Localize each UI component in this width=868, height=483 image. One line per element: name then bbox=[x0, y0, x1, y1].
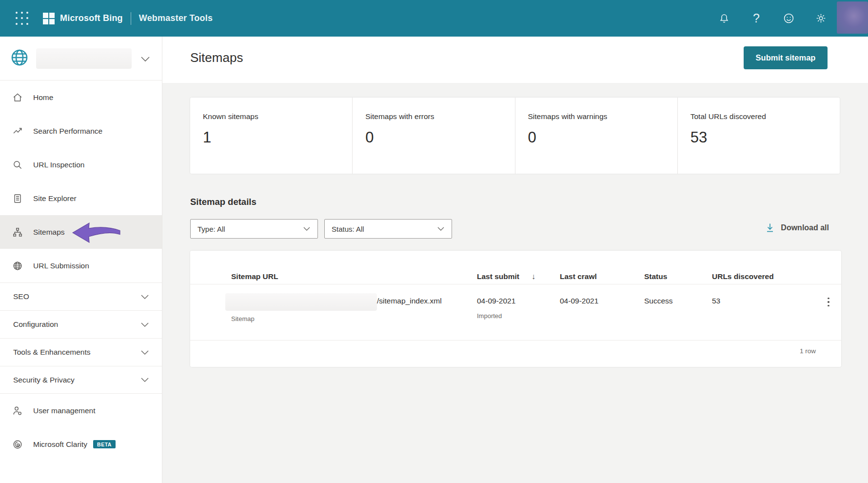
sidebar-item-user-management[interactable]: User management bbox=[0, 394, 162, 427]
column-header-last-crawl[interactable]: Last crawl bbox=[560, 272, 597, 281]
sidebar-group-security-privacy[interactable]: Security & Privacy bbox=[0, 366, 162, 394]
stat-label: Total URLs discovered bbox=[690, 112, 840, 121]
filter-bar: Type: All Status: All bbox=[190, 219, 452, 239]
column-header-status[interactable]: Status bbox=[644, 272, 667, 281]
chevron-down-icon bbox=[140, 55, 150, 64]
sidebar-item-label: Microsoft Clarity bbox=[33, 440, 87, 449]
stat-value: 0 bbox=[528, 129, 677, 146]
sidebar-item-label: URL Submission bbox=[33, 262, 89, 270]
stat-known-sitemaps: Known sitemaps 1 bbox=[190, 98, 352, 174]
stat-value: 0 bbox=[365, 129, 514, 146]
notifications-bell-icon[interactable] bbox=[718, 12, 730, 25]
sidebar-item-site-explorer[interactable]: Site Explorer bbox=[0, 181, 162, 215]
chevron-down-icon bbox=[140, 294, 149, 300]
sidebar-item-url-submission[interactable]: URL Submission bbox=[0, 249, 162, 282]
site-selector[interactable] bbox=[0, 37, 162, 80]
sitemaps-table: Sitemap URL Last submit ↓ Last crawl Sta… bbox=[190, 251, 841, 367]
sidebar-item-label: URL Inspection bbox=[33, 161, 84, 169]
globe-icon bbox=[12, 261, 23, 271]
home-icon bbox=[12, 92, 23, 103]
document-list-icon bbox=[12, 193, 23, 204]
column-header-sitemap-url[interactable]: Sitemap URL bbox=[231, 272, 278, 281]
sitemap-hierarchy-icon bbox=[12, 227, 23, 238]
last-submit-date: 04-09-2021 bbox=[477, 297, 515, 305]
table-header-divider bbox=[190, 284, 841, 284]
stat-total-urls-discovered: Total URLs discovered 53 bbox=[677, 98, 840, 174]
sidebar-group-label: SEO bbox=[13, 292, 29, 301]
type-filter-value: Type: All bbox=[197, 225, 225, 233]
sort-descending-icon[interactable]: ↓ bbox=[532, 272, 535, 281]
column-header-urls-discovered[interactable]: URLs discovered bbox=[712, 272, 774, 281]
chevron-down-icon bbox=[140, 350, 149, 355]
sidebar-item-sitemaps[interactable]: Sitemaps bbox=[0, 215, 162, 249]
sidebar-item-microsoft-clarity[interactable]: Microsoft Clarity BETA bbox=[0, 427, 162, 461]
main-content: Sitemaps Submit sitemap Known sitemaps 1… bbox=[162, 37, 868, 483]
stat-sitemaps-with-warnings: Sitemaps with warnings 0 bbox=[515, 98, 677, 174]
submit-sitemap-button[interactable]: Submit sitemap bbox=[744, 46, 828, 69]
stat-label: Sitemaps with errors bbox=[365, 112, 514, 121]
urls-discovered-value: 53 bbox=[712, 297, 720, 305]
sidebar-item-label: Sitemaps bbox=[33, 228, 65, 237]
last-crawl-date: 04-09-2021 bbox=[560, 297, 598, 305]
download-all-label: Download all bbox=[781, 223, 829, 232]
clarity-logo-icon bbox=[12, 439, 23, 450]
sidebar-item-label: User management bbox=[33, 406, 96, 415]
sidebar-group-configuration[interactable]: Configuration bbox=[0, 310, 162, 338]
brand-title[interactable]: Microsoft Bing bbox=[60, 13, 123, 23]
stat-value: 53 bbox=[690, 129, 840, 146]
stat-sitemaps-with-errors: Sitemaps with errors 0 bbox=[352, 98, 514, 174]
chevron-down-icon bbox=[437, 226, 445, 231]
sidebar-item-label: Home bbox=[33, 93, 53, 102]
status-filter-dropdown[interactable]: Status: All bbox=[324, 219, 452, 239]
download-icon bbox=[765, 222, 775, 233]
sidebar-group-label: Tools & Enhancements bbox=[13, 348, 91, 357]
trend-chart-icon bbox=[12, 126, 23, 137]
sidebar-navigation: Home Search Performance URL Inspection S… bbox=[0, 37, 162, 483]
chevron-down-icon bbox=[140, 377, 149, 382]
sidebar-group-label: Security & Privacy bbox=[13, 376, 75, 384]
sidebar-item-home[interactable]: Home bbox=[0, 80, 162, 114]
chevron-down-icon bbox=[303, 226, 311, 231]
beta-badge: BETA bbox=[93, 440, 116, 448]
status-filter-value: Status: All bbox=[332, 225, 364, 233]
site-name-redacted bbox=[36, 48, 132, 69]
stat-label: Sitemaps with warnings bbox=[528, 112, 677, 121]
sidebar-item-search-performance[interactable]: Search Performance bbox=[0, 114, 162, 148]
settings-gear-icon[interactable] bbox=[814, 12, 827, 25]
stat-value: 1 bbox=[203, 129, 352, 146]
stats-card-strip: Known sitemaps 1 Sitemaps with errors 0 … bbox=[190, 98, 840, 174]
type-filter-dropdown[interactable]: Type: All bbox=[190, 219, 318, 239]
chevron-down-icon bbox=[140, 322, 149, 327]
sidebar-group-seo[interactable]: SEO bbox=[0, 282, 162, 310]
top-app-bar: Microsoft Bing Webmaster Tools ? bbox=[0, 0, 868, 37]
stat-label: Known sitemaps bbox=[203, 112, 352, 121]
row-actions-kebab-icon[interactable] bbox=[823, 296, 834, 308]
table-footer-divider bbox=[190, 340, 841, 341]
status-value: Success bbox=[644, 297, 673, 305]
row-count: 1 row bbox=[800, 347, 816, 355]
last-submit-note: Imported bbox=[477, 312, 502, 320]
feedback-smiley-icon[interactable] bbox=[782, 12, 795, 25]
suite-title[interactable]: Webmaster Tools bbox=[139, 13, 213, 23]
user-avatar[interactable] bbox=[837, 1, 868, 34]
page-title: Sitemaps bbox=[190, 50, 243, 65]
sidebar-group-tools-enhancements[interactable]: Tools & Enhancements bbox=[0, 338, 162, 366]
brand-divider bbox=[131, 12, 131, 25]
sidebar-item-url-inspection[interactable]: URL Inspection bbox=[0, 148, 162, 181]
app-launcher-icon[interactable] bbox=[14, 10, 30, 27]
page-header: Sitemaps Submit sitemap bbox=[162, 37, 868, 83]
sitemap-url-suffix[interactable]: /sitemap_index.xml bbox=[377, 297, 442, 305]
sitemap-domain-redacted bbox=[225, 293, 377, 311]
topbar-actions: ? bbox=[718, 0, 827, 37]
microsoft-logo-icon bbox=[43, 13, 54, 24]
help-icon[interactable]: ? bbox=[750, 12, 763, 25]
user-icon bbox=[12, 405, 23, 416]
column-header-last-submit[interactable]: Last submit bbox=[477, 272, 519, 281]
sitemap-type-label: Sitemap bbox=[231, 315, 255, 322]
sidebar-item-label: Search Performance bbox=[33, 127, 102, 136]
site-globe-icon bbox=[10, 48, 29, 69]
magnifier-icon bbox=[12, 160, 23, 170]
download-all-button[interactable]: Download all bbox=[765, 222, 829, 233]
sidebar-group-label: Configuration bbox=[13, 320, 58, 329]
section-heading: Sitemap details bbox=[190, 197, 256, 207]
